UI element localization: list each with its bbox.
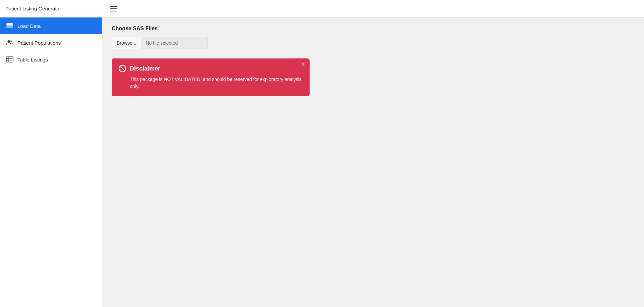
hamburger-line-2 bbox=[110, 8, 117, 9]
browse-button[interactable]: Browse... bbox=[112, 37, 141, 49]
file-name-display: No file selected bbox=[141, 37, 208, 49]
app-title: Patient Listing Generator bbox=[0, 0, 102, 17]
svg-rect-0 bbox=[6, 23, 13, 25]
disclaimer-header: Disclaimer bbox=[118, 64, 303, 73]
sidebar-item-load-data[interactable]: Load Data bbox=[0, 17, 102, 34]
svg-rect-2 bbox=[6, 27, 13, 28]
disclaimer-close-button[interactable]: X bbox=[301, 62, 305, 67]
svg-point-4 bbox=[10, 40, 12, 42]
main-content: Choose SAS Files Browse... No file selec… bbox=[102, 0, 644, 307]
sidebar-item-table-listings[interactable]: Table Listings bbox=[0, 51, 102, 68]
svg-line-10 bbox=[120, 66, 125, 71]
sidebar-nav: Load Data Patient Populations bbox=[0, 17, 102, 68]
content-area: Choose SAS Files Browse... No file selec… bbox=[102, 17, 644, 307]
sidebar-item-patient-populations[interactable]: Patient Populations bbox=[0, 34, 102, 51]
top-bar bbox=[102, 0, 644, 17]
svg-point-3 bbox=[8, 40, 10, 43]
sidebar: Patient Listing Generator Load Data bbox=[0, 0, 102, 307]
hamburger-line-1 bbox=[110, 6, 117, 7]
database-icon bbox=[6, 22, 13, 30]
disclaimer-title: Disclaimer bbox=[130, 65, 160, 72]
ban-icon bbox=[118, 64, 126, 73]
hamburger-line-3 bbox=[110, 11, 117, 11]
table-icon bbox=[6, 56, 13, 63]
sidebar-item-patient-populations-label: Patient Populations bbox=[17, 40, 61, 46]
users-icon bbox=[6, 39, 13, 46]
sidebar-item-table-listings-label: Table Listings bbox=[17, 57, 48, 62]
disclaimer-text: This package is NOT VALIDATED, and shoul… bbox=[130, 76, 303, 90]
section-title: Choose SAS Files bbox=[112, 26, 635, 32]
svg-rect-5 bbox=[6, 57, 13, 62]
file-input-row: Browse... No file selected bbox=[112, 37, 635, 49]
disclaimer-box: X Disclaimer This package is NOT VALIDAT… bbox=[112, 58, 310, 96]
hamburger-button[interactable] bbox=[108, 4, 119, 13]
svg-rect-1 bbox=[6, 25, 13, 27]
sidebar-item-load-data-label: Load Data bbox=[17, 23, 41, 29]
